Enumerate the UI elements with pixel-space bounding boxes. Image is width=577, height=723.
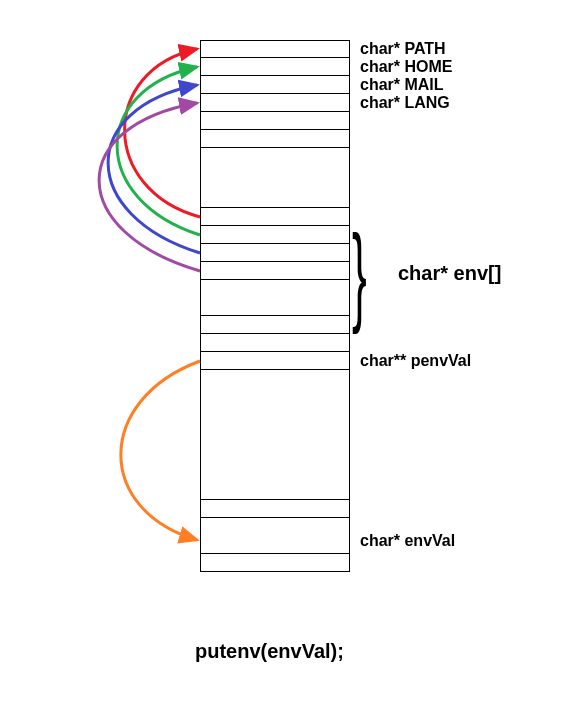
stack-row — [200, 334, 350, 352]
stack-row-env-3 — [200, 262, 350, 280]
stack-row — [200, 130, 350, 148]
stack-row-envval — [200, 518, 350, 554]
label-mail: char* MAIL — [360, 76, 444, 94]
arrow-penvval-to-envval — [121, 361, 200, 540]
stack-row-mail — [200, 76, 350, 94]
label-envval: char* envVal — [360, 532, 455, 550]
caption-putenv: putenv(envVal); — [195, 640, 344, 663]
stack-row-path — [200, 40, 350, 58]
stack-row-gap — [200, 370, 350, 500]
stack-row-env-2 — [200, 244, 350, 262]
arrow-env0-to-path — [125, 49, 200, 217]
stack-row-env-0 — [200, 208, 350, 226]
stack-row-env-5 — [200, 316, 350, 334]
arrow-env1-to-home — [117, 67, 200, 235]
stack-row-lang — [200, 94, 350, 112]
stack-row — [200, 112, 350, 130]
stack-row-gap — [200, 148, 350, 208]
label-home: char* HOME — [360, 58, 452, 76]
stack-row — [200, 500, 350, 518]
stack-row-env-4 — [200, 280, 350, 316]
label-penvval: char** penvVal — [360, 352, 471, 370]
label-env: char* env[] — [398, 262, 501, 285]
arrow-env3-to-lang — [99, 103, 200, 271]
stack-row-home — [200, 58, 350, 76]
memory-stack — [200, 40, 350, 572]
stack-row — [200, 554, 350, 572]
label-path: char* PATH — [360, 40, 446, 58]
brace-icon: } — [352, 218, 367, 328]
stack-row-env-1 — [200, 226, 350, 244]
stack-row-penvval — [200, 352, 350, 370]
label-lang: char* LANG — [360, 94, 450, 112]
arrow-env2-to-mail — [108, 85, 200, 253]
